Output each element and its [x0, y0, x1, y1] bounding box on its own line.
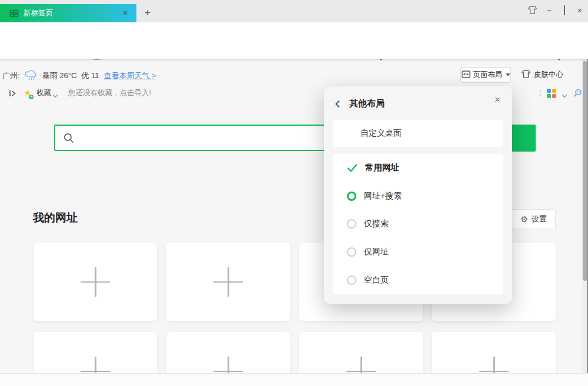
header-divider: [516, 70, 516, 79]
check-icon: [347, 163, 358, 173]
layout-option-search-only[interactable]: 仅搜索: [333, 210, 503, 239]
layout-option-common-sites[interactable]: 常用网址: [333, 154, 503, 182]
search-icon: [63, 132, 75, 144]
apps-grid-icon[interactable]: [546, 88, 557, 99]
option-label: 空白页: [364, 275, 389, 286]
favorites-label[interactable]: 收藏: [36, 85, 51, 101]
layout-options-list: 常用网址 网址+搜索 仅搜索 仅网址 空白页: [333, 154, 503, 294]
layout-option-sites-plus-search[interactable]: 网址+搜索: [333, 182, 503, 210]
bookmarks-empty-hint[interactable]: 您还没有收藏，点击导入!: [68, 85, 151, 101]
skin-center-button[interactable]: 皮肤中心: [521, 67, 563, 83]
layout-option-sites-only[interactable]: 仅网址: [333, 238, 503, 266]
minimize-button[interactable]: −: [544, 5, 554, 16]
page-layout-button[interactable]: 页面布局: [460, 67, 511, 83]
bookmarks-bar: ★ + 收藏 您还没有收藏，点击导入! ⋮: [0, 42, 588, 59]
weather-condition: 暴雨 26°C: [42, 71, 77, 81]
rain-cloud-icon: [25, 69, 38, 83]
tab-bar: 新标签页 × + − ×: [0, 0, 588, 22]
page-layout-label: 页面布局: [473, 70, 503, 80]
weather-air-quality: 优 11: [81, 71, 99, 81]
browser-window: 新标签页 × + − × 可以进行搜索，或者输入一个网址: [0, 0, 588, 386]
chevron-down-icon[interactable]: [561, 90, 568, 101]
plus-icon: [213, 267, 243, 297]
weather-city: 广州:: [2, 71, 20, 81]
my-sites-title: 我的网址: [33, 210, 78, 226]
chevron-down-icon[interactable]: [52, 90, 59, 101]
toolbar: 可以进行搜索，或者输入一个网址 点此搜索: [0, 22, 588, 42]
tab-title: 新标签页: [24, 8, 53, 18]
gear-icon: ⚙: [520, 214, 528, 224]
layout-icon: [462, 71, 470, 80]
settings-label: 设置: [532, 214, 547, 224]
option-label: 仅搜索: [364, 219, 389, 229]
skin-icon[interactable]: [527, 5, 537, 17]
maximize-icon: [564, 5, 565, 15]
page-find-icon[interactable]: [572, 88, 583, 98]
layout-option-blank-page[interactable]: 空白页: [333, 266, 503, 294]
maximize-button[interactable]: [559, 5, 570, 16]
option-label: 网址+搜索: [364, 191, 402, 202]
popup-title: 其他布局: [349, 98, 385, 109]
window-close-button[interactable]: ×: [574, 5, 585, 16]
popup-close-icon[interactable]: ×: [491, 93, 504, 106]
option-label: 常用网址: [365, 162, 399, 173]
plus-icon: [81, 267, 110, 297]
back-chevron-icon[interactable]: [335, 100, 340, 110]
custom-desktop-option[interactable]: 自定义桌面: [333, 120, 503, 147]
favorites-star-icon[interactable]: ★ +: [24, 85, 31, 101]
new-tab-page-icon: [9, 9, 19, 18]
other-layout-popup: 其他布局 × 自定义桌面 常用网址 网址+搜索 仅搜索 仅网址 空白页: [324, 86, 512, 304]
new-tab-button[interactable]: +: [139, 4, 156, 22]
add-site-card[interactable]: [34, 243, 157, 321]
add-site-card[interactable]: [166, 243, 290, 321]
weather-widget: 广州: 暴雨 26°C 优 11 查看本周天气 >: [2, 69, 156, 82]
sidebar-toggle-icon[interactable]: [7, 88, 19, 99]
caret-down-icon: [506, 73, 510, 76]
skin-center-label: 皮肤中心: [534, 70, 563, 80]
radio-icon: [347, 276, 356, 285]
tshirt-icon: [521, 69, 531, 80]
radio-icon: [347, 247, 356, 257]
option-label: 仅网址: [364, 247, 389, 257]
tab-new-page[interactable]: 新标签页 ×: [0, 4, 136, 22]
content-top-shadow: [0, 59, 588, 62]
apps-grid-squares: [547, 89, 556, 98]
star-plus-badge: +: [29, 95, 34, 99]
status-bar: ↓ 下载 e 100%: [0, 373, 588, 386]
more-dots-icon[interactable]: ⋮: [537, 85, 544, 101]
radio-selected-icon: [347, 192, 356, 201]
radio-icon: [347, 219, 356, 229]
settings-button[interactable]: ⚙ 设置: [512, 209, 556, 229]
weather-week-link[interactable]: 查看本周天气 >: [103, 71, 156, 81]
tab-close-icon[interactable]: ×: [120, 8, 131, 18]
